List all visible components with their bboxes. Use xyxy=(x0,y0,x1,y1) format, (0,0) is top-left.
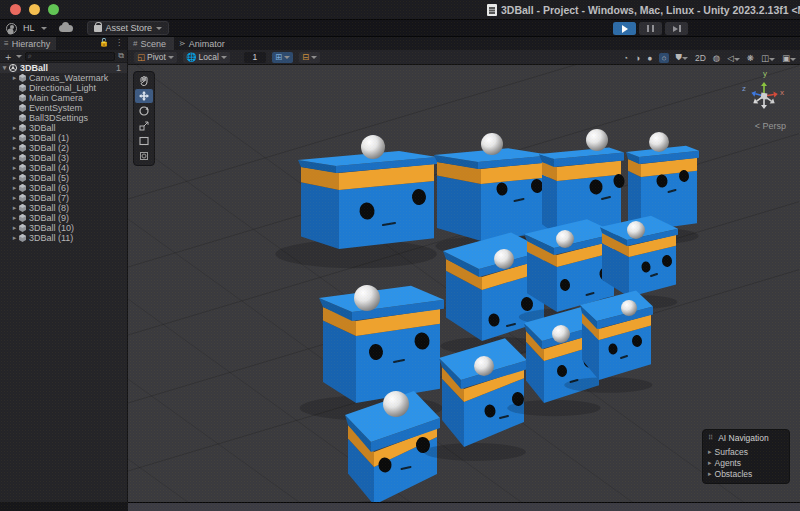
nav-item-agents[interactable]: ▸Agents xyxy=(708,457,784,468)
hierarchy-item[interactable]: Main Camera xyxy=(0,93,127,103)
hierarchy-item[interactable]: ▸3DBall (11) xyxy=(0,233,127,243)
agent-cube[interactable] xyxy=(275,135,437,268)
nav-item-obstacles[interactable]: ▸Obstacles xyxy=(708,468,784,479)
2d-toggle[interactable]: 2D xyxy=(695,53,706,63)
scene-tab-icon: # xyxy=(133,39,137,48)
nav-item-surfaces[interactable]: ▸Surfaces xyxy=(708,446,784,457)
tools-overlay xyxy=(133,71,155,166)
hierarchy-item[interactable]: ▸3DBall (5) xyxy=(0,173,127,183)
minimize-button[interactable] xyxy=(29,4,40,15)
rotate-tool[interactable] xyxy=(135,104,153,118)
rect-tool[interactable] xyxy=(135,134,153,148)
snap-increment-button[interactable]: ⊟ xyxy=(299,52,320,63)
animator-tab-icon: ⋗ xyxy=(179,39,186,48)
audio-toggle-icon[interactable]: ◁ xyxy=(727,53,740,63)
transform-tool[interactable] xyxy=(135,149,153,163)
pivot-toggle[interactable]: ◱Pivot xyxy=(134,52,177,63)
kebab-menu-icon[interactable]: ⋮ xyxy=(115,38,123,47)
hierarchy-item[interactable]: Ball3DSettings xyxy=(0,113,127,123)
hierarchy-item[interactable]: ▸3DBall (3) xyxy=(0,153,127,163)
scene-picker-icon[interactable]: ⧉ xyxy=(118,51,124,61)
account-avatar-icon[interactable] xyxy=(6,23,17,34)
lighting-toggle-icon[interactable]: ◍ xyxy=(713,53,720,63)
hierarchy-tree: ▾3DBall1▸Canvas_WatermarkDirectional_Lig… xyxy=(0,63,127,502)
persp-label[interactable]: < Persp xyxy=(755,121,786,131)
svg-text:z: z xyxy=(742,84,746,93)
hierarchy-item[interactable]: ▸3DBall (9) xyxy=(0,213,127,223)
snap-value-field[interactable]: 1 xyxy=(244,52,266,63)
hierarchy-item[interactable]: Directional_Light xyxy=(0,83,127,93)
hierarchy-icon: ≡ xyxy=(4,39,9,48)
grid-snap-button[interactable]: ⊞ xyxy=(272,52,293,63)
effects-toggle-icon[interactable]: ❋ xyxy=(747,53,754,63)
bag-icon xyxy=(94,25,102,32)
document-icon xyxy=(487,4,497,16)
hierarchy-item[interactable]: EventSystem xyxy=(0,103,127,113)
lock-icon[interactable]: 🔓 xyxy=(99,38,109,47)
visibility-icon[interactable]: ◫ xyxy=(761,53,775,63)
unity-window: 3DBall - Project - Windows, Mac, Linux -… xyxy=(0,0,800,511)
ai-navigation-overlay: ⠿ AI Navigation ▸Surfaces ▸Agents ▸Obsta… xyxy=(702,429,790,484)
move-tool[interactable] xyxy=(135,89,153,103)
hierarchy-item[interactable]: ▸3DBall (2) xyxy=(0,143,127,153)
hierarchy-item[interactable]: ▸Canvas_Watermark xyxy=(0,73,127,83)
wireframe-icon[interactable]: ◑ xyxy=(635,53,640,63)
local-toggle[interactable]: 🌐Local xyxy=(183,52,230,63)
hierarchy-panel: ≡ Hierarchy 🔓 ⋮ ＋ ⌕ ⧉ ▾3DBall1▸Canvas_Wa… xyxy=(0,37,128,502)
hierarchy-item[interactable]: ▸3DBall (8) xyxy=(0,203,127,213)
cloud-icon[interactable] xyxy=(59,25,73,32)
bottom-bar xyxy=(0,502,800,511)
window-title: 3DBall - Project - Windows, Mac, Linux -… xyxy=(487,4,800,16)
camera-settings-icon[interactable]: ▣ xyxy=(782,53,796,63)
play-controls xyxy=(613,22,688,35)
pause-button[interactable] xyxy=(639,22,662,35)
hierarchy-item[interactable]: ▸3DBall (7) xyxy=(0,193,127,203)
account-caret-icon xyxy=(41,27,47,30)
hierarchy-search-input[interactable]: ⌕ xyxy=(25,52,115,61)
shaded-selected-icon[interactable]: ○ xyxy=(659,53,668,63)
play-button[interactable] xyxy=(613,22,636,35)
scale-tool[interactable] xyxy=(135,119,153,133)
asset-store-button[interactable]: Asset Store xyxy=(87,21,170,35)
tab-scene[interactable]: # Scene xyxy=(128,37,174,50)
scene-header-row[interactable]: ▾3DBall1 xyxy=(0,63,127,73)
account-button[interactable]: HL xyxy=(23,23,35,33)
orientation-gizmo[interactable]: yxz xyxy=(742,69,784,109)
step-button[interactable] xyxy=(665,22,688,35)
scene-panel: # Scene ⋗ Animator ◱Pivot 🌐Local 1 ⊞ xyxy=(128,37,800,502)
hierarchy-item[interactable]: ▸3DBall (10) xyxy=(0,223,127,233)
tab-animator[interactable]: ⋗ Animator xyxy=(174,37,233,50)
close-button[interactable] xyxy=(10,4,21,15)
titlebar: 3DBall - Project - Windows, Mac, Linux -… xyxy=(0,0,800,20)
nav-overlay-title: AI Navigation xyxy=(718,433,769,443)
add-gameobject-button[interactable]: ＋ xyxy=(3,52,13,61)
draw-mode-icon[interactable]: ⛊ xyxy=(676,52,688,63)
shading-mode-icon[interactable]: ◔ xyxy=(623,53,628,63)
svg-text:y: y xyxy=(763,69,767,78)
svg-text:x: x xyxy=(780,88,784,97)
hand-tool[interactable] xyxy=(135,74,153,88)
hierarchy-item[interactable]: ▸3DBall (6) xyxy=(0,183,127,193)
main-toolbar: HL Asset Store xyxy=(0,20,800,37)
unlit-icon[interactable]: ● xyxy=(647,53,652,63)
scene-toolbar: ◱Pivot 🌐Local 1 ⊞ ⊟ ◔ ◑ ● ○ ⛊ xyxy=(128,50,800,65)
drag-handle-icon[interactable]: ⠿ xyxy=(708,434,714,442)
scene-canvas: yxz xyxy=(128,65,799,502)
traffic-lights xyxy=(0,4,59,15)
hierarchy-item[interactable]: ▸3DBall (4) xyxy=(0,163,127,173)
zoom-button[interactable] xyxy=(48,4,59,15)
scene-viewport[interactable]: yxz < Persp ⠿ AI Navigation ▸Surfaces xyxy=(128,65,800,502)
tab-hierarchy[interactable]: ≡ Hierarchy xyxy=(0,37,56,50)
hierarchy-item[interactable]: ▸3DBall xyxy=(0,123,127,133)
hierarchy-item[interactable]: ▸3DBall (1) xyxy=(0,133,127,143)
